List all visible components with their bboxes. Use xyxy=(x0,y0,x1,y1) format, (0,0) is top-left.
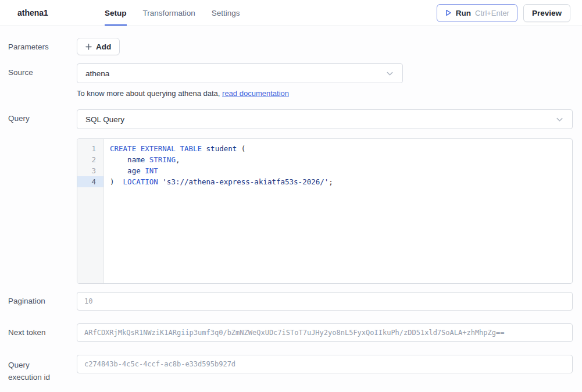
parameters-label: Parameters xyxy=(0,38,77,51)
tab-setup[interactable]: Setup xyxy=(105,0,127,26)
source-select[interactable]: athena xyxy=(77,63,403,83)
source-row: Source athena To know more about queryin… xyxy=(0,63,582,98)
run-button-label: Run xyxy=(456,9,471,17)
parameters-row: Parameters Add xyxy=(0,38,582,55)
query-title-wrap: athena1 xyxy=(0,0,105,26)
run-button[interactable]: Run Ctrl+Enter xyxy=(437,4,517,22)
run-shortcut-hint: Ctrl+Enter xyxy=(475,9,509,17)
query-title[interactable]: athena1 xyxy=(17,8,48,17)
sql-code-editor[interactable]: 1234 CREATE EXTERNAL TABLE student ( nam… xyxy=(77,138,573,284)
query-editor-panel: athena1 Setup Transformation Settings Ru… xyxy=(0,0,582,384)
code-lines[interactable]: CREATE EXTERNAL TABLE student ( name STR… xyxy=(104,139,572,283)
code-line[interactable]: ) LOCATION 's3://athena-express-akiatfa5… xyxy=(110,176,572,187)
add-parameter-label: Add xyxy=(96,42,111,51)
source-label: Source xyxy=(0,63,77,77)
header-actions: Run Ctrl+Enter Preview xyxy=(437,0,582,26)
query-type-select[interactable]: SQL Query xyxy=(77,109,573,129)
pagination-label: Pagination xyxy=(0,292,77,305)
pagination-input[interactable] xyxy=(77,292,573,311)
line-number: 1 xyxy=(77,143,103,154)
line-number: 3 xyxy=(77,165,103,176)
add-parameter-button[interactable]: Add xyxy=(77,38,120,55)
line-number: 2 xyxy=(77,154,103,165)
query-execution-id-label: Query execution id xyxy=(0,355,77,384)
next-token-input[interactable] xyxy=(77,323,573,342)
next-token-label: Next token xyxy=(0,323,77,337)
code-line[interactable]: name STRING, xyxy=(110,154,572,165)
source-help-prefix: To know more about querying athena data, xyxy=(77,89,222,98)
source-help-text: To know more about querying athena data,… xyxy=(77,89,573,98)
line-number: 4 xyxy=(77,176,103,187)
tab-bar: Setup Transformation Settings xyxy=(105,0,240,26)
code-gutter: 1234 xyxy=(77,139,104,283)
query-type-value: SQL Query xyxy=(85,115,124,124)
query-label: Query xyxy=(0,109,77,123)
tab-settings[interactable]: Settings xyxy=(212,0,240,26)
code-line[interactable]: CREATE EXTERNAL TABLE student ( xyxy=(110,143,572,154)
code-line[interactable]: age INT xyxy=(110,165,572,176)
query-row: Query SQL Query 1234 CREATE EXTERNAL TAB… xyxy=(0,109,582,284)
header: athena1 Setup Transformation Settings Ru… xyxy=(0,0,582,26)
source-select-value: athena xyxy=(85,69,109,78)
plus-icon xyxy=(85,44,92,50)
pagination-row: Pagination xyxy=(0,292,582,311)
tab-transformation[interactable]: Transformation xyxy=(143,0,195,26)
chevron-down-icon xyxy=(385,69,394,78)
query-execution-id-input[interactable] xyxy=(77,355,573,373)
next-token-row: Next token xyxy=(0,323,582,342)
query-setup-form: Parameters Add Source athena xyxy=(0,26,582,384)
preview-button[interactable]: Preview xyxy=(523,4,570,22)
play-icon xyxy=(445,9,452,16)
query-execution-id-row: Query execution id xyxy=(0,355,582,384)
read-documentation-link[interactable]: read documentation xyxy=(222,89,289,98)
chevron-down-icon xyxy=(555,115,564,124)
